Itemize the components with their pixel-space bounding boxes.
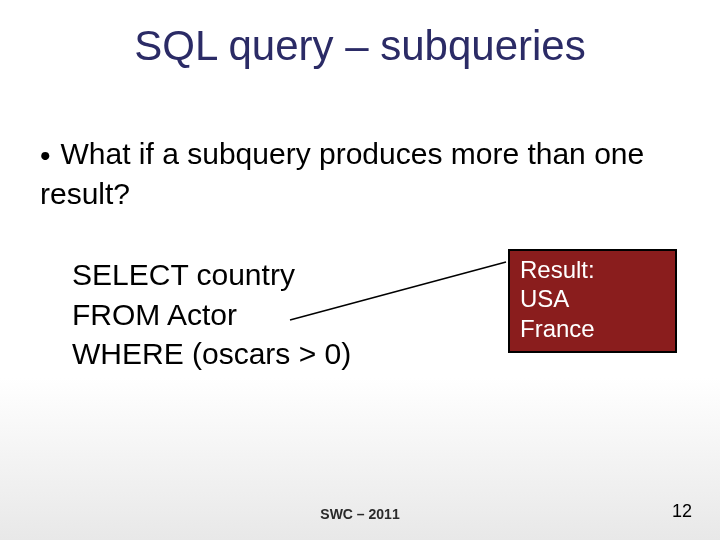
sql-line-1: SELECT country <box>72 255 351 295</box>
bullet-text: What if a subquery produces more than on… <box>40 137 644 210</box>
result-box: Result: USA France <box>508 249 677 353</box>
bullet-dot-icon: • <box>40 137 51 175</box>
sql-line-2: FROM Actor <box>72 295 351 335</box>
result-heading: Result: <box>520 255 665 284</box>
sql-line-3: WHERE (oscars > 0) <box>72 334 351 374</box>
page-number: 12 <box>672 501 692 522</box>
result-row-2: France <box>520 314 665 343</box>
result-row-1: USA <box>520 284 665 313</box>
sql-code-block: SELECT country FROM Actor WHERE (oscars … <box>72 255 351 374</box>
footer-text: SWC – 2011 <box>0 506 720 522</box>
bullet-item: •What if a subquery produces more than o… <box>40 135 680 212</box>
slide-title: SQL query – subqueries <box>0 22 720 70</box>
